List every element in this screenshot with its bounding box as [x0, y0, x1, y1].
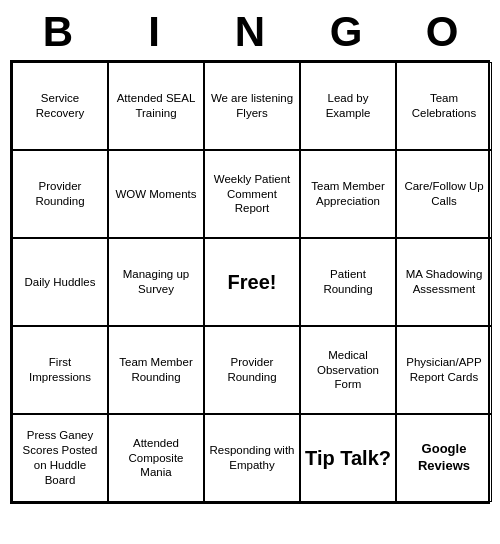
bingo-cell-r0-c4: Team Celebrations	[396, 62, 492, 150]
bingo-cell-r4-c4: Google Reviews	[396, 414, 492, 502]
bingo-cell-r4-c2: Responding with Empathy	[204, 414, 300, 502]
bingo-cell-r1-c1: WOW Moments	[108, 150, 204, 238]
bingo-cell-r3-c3: Medical Observation Form	[300, 326, 396, 414]
bingo-letter-o: O	[400, 8, 484, 56]
bingo-cell-r4-c0: Press Ganey Scores Posted on Huddle Boar…	[12, 414, 108, 502]
bingo-cell-r2-c0: Daily Huddles	[12, 238, 108, 326]
bingo-cell-r3-c2: Provider Rounding	[204, 326, 300, 414]
bingo-letter-g: G	[304, 8, 388, 56]
bingo-cell-r1-c3: Team Member Appreciation	[300, 150, 396, 238]
bingo-cell-r1-c0: Provider Rounding	[12, 150, 108, 238]
bingo-cell-r3-c4: Physician/APP Report Cards	[396, 326, 492, 414]
bingo-grid: Service RecoveryAttended SEAL TrainingWe…	[10, 60, 490, 504]
bingo-cell-r0-c2: We are listening Flyers	[204, 62, 300, 150]
bingo-cell-r2-c2: Free!	[204, 238, 300, 326]
bingo-header: BINGO	[10, 0, 490, 60]
bingo-cell-r1-c4: Care/Follow Up Calls	[396, 150, 492, 238]
bingo-letter-b: B	[16, 8, 100, 56]
bingo-cell-r0-c0: Service Recovery	[12, 62, 108, 150]
bingo-letter-i: I	[112, 8, 196, 56]
bingo-cell-r0-c1: Attended SEAL Training	[108, 62, 204, 150]
bingo-cell-r0-c3: Lead by Example	[300, 62, 396, 150]
bingo-cell-r2-c4: MA Shadowing Assessment	[396, 238, 492, 326]
bingo-cell-r3-c0: First Impressions	[12, 326, 108, 414]
bingo-cell-r4-c1: Attended Composite Mania	[108, 414, 204, 502]
bingo-cell-r4-c3: Tip Talk?	[300, 414, 396, 502]
bingo-cell-r3-c1: Team Member Rounding	[108, 326, 204, 414]
bingo-letter-n: N	[208, 8, 292, 56]
bingo-cell-r1-c2: Weekly Patient Comment Report	[204, 150, 300, 238]
bingo-cell-r2-c1: Managing up Survey	[108, 238, 204, 326]
bingo-cell-r2-c3: Patient Rounding	[300, 238, 396, 326]
